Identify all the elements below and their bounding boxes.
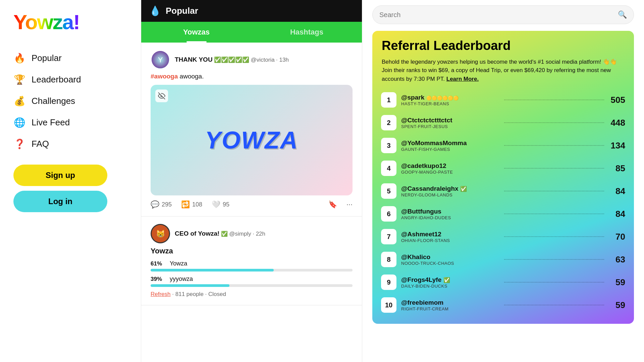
globe-icon: 🌐 bbox=[13, 116, 25, 128]
lb-rank-6: 6 bbox=[381, 206, 396, 222]
post-author-line-2: CEO of Yowza! ✅ @simply · 22h bbox=[175, 230, 265, 237]
post-meta-2: CEO of Yowza! ✅ @simply · 22h bbox=[175, 230, 265, 237]
login-button[interactable]: Log in bbox=[13, 191, 107, 212]
signup-button[interactable]: Sign up bbox=[13, 165, 107, 186]
heart-icon: 🤍 bbox=[212, 200, 220, 208]
poll-title: Yowza bbox=[151, 247, 353, 255]
poll-bar-bg-2 bbox=[151, 284, 353, 287]
leaderboard: Referral Leaderboard Behold the legendar… bbox=[372, 31, 634, 324]
avatar-2: 😸 bbox=[151, 224, 170, 243]
search-input[interactable] bbox=[379, 11, 614, 19]
lb-row-3: 3 @YoMommasMomma GAUNT-FISHY-GAMES 134 bbox=[377, 135, 629, 156]
fire-icon: 🔥 bbox=[13, 52, 25, 64]
more-action[interactable]: ··· bbox=[346, 200, 353, 209]
retweet-action[interactable]: 🔁 108 bbox=[181, 200, 202, 208]
post-image-1: YOWZA bbox=[151, 85, 353, 195]
post-author-line: THANK YOU ✅✅✅✅✅ @victoria · 13h bbox=[175, 56, 289, 63]
post-text-1: #awooga awooga. bbox=[151, 73, 353, 80]
feed-header: 💧 Popular bbox=[141, 0, 362, 22]
verified-badges-1: ✅✅✅✅✅ bbox=[214, 57, 249, 63]
leaderboard-list: 1 @spark 🟡🟡🟡🟡🟡🟡 HASTY-TIGER-BEANS 505 2 … bbox=[372, 86, 634, 324]
post-card-2: 😸 CEO of Yowza! ✅ @simply · 22h Yowza 61… bbox=[141, 217, 362, 305]
lb-info-9: @Frogs4Lyfe ✅ DAILY-BIDEN-DUCKS bbox=[401, 276, 501, 289]
leaderboard-desc: Behold the legendary yowzers helping us … bbox=[382, 58, 625, 83]
logo-text: Yowza! bbox=[13, 10, 79, 34]
feed-title: Popular bbox=[166, 6, 198, 16]
leaderboard-header: Referral Leaderboard Behold the legendar… bbox=[372, 31, 634, 86]
poll-bar-bg-1 bbox=[151, 269, 353, 272]
tab-hashtags[interactable]: Hashtags bbox=[252, 22, 362, 43]
verified-badge-2: ✅ bbox=[221, 231, 228, 237]
verify-9: ✅ bbox=[443, 277, 450, 283]
sidebar-item-faq[interactable]: ❓ FAQ bbox=[13, 133, 127, 155]
lb-row-5: 5 @Cassandraleighx ✅ NERDY-GLOOM-LANDS 8… bbox=[377, 180, 629, 202]
lb-info-1: @spark 🟡🟡🟡🟡🟡🟡 HASTY-TIGER-BEANS bbox=[401, 94, 501, 106]
lb-info-6: @Buttfungus ANGRY-IDAHO-DUDES bbox=[401, 208, 501, 220]
verify-5: ✅ bbox=[460, 186, 467, 192]
lb-row-1: 1 @spark 🟡🟡🟡🟡🟡🟡 HASTY-TIGER-BEANS 505 bbox=[377, 89, 629, 111]
search-bar[interactable]: 🔍 bbox=[372, 5, 634, 24]
lb-info-8: @Khalico NOOOO-TRUCK-CHAOS bbox=[401, 253, 501, 266]
lb-rank-9: 9 bbox=[381, 275, 396, 290]
poll-option-1: 61% Yowza bbox=[151, 260, 353, 272]
lb-info-4: @cadetkupo12 GOOPY-MANGO-PASTE bbox=[401, 162, 501, 175]
lb-rank-4: 4 bbox=[381, 161, 396, 176]
poll-footer: Refresh · 811 people · Closed bbox=[151, 291, 353, 298]
leaderboard-title: Referral Leaderboard bbox=[382, 39, 625, 53]
lb-row-4: 4 @cadetkupo12 GOOPY-MANGO-PASTE 85 bbox=[377, 158, 629, 179]
poll-bar-fill-1 bbox=[151, 269, 274, 272]
lb-row-2: 2 @Ctctctctctttctct SPENT-FRUIT-JESUS 44… bbox=[377, 112, 629, 133]
sidebar: Yowza! 🔥 Popular 🏆 Leaderboard 💰 Challen… bbox=[0, 0, 141, 362]
lb-rank-7: 7 bbox=[381, 229, 396, 244]
post-header-2: 😸 CEO of Yowza! ✅ @simply · 22h bbox=[151, 224, 353, 243]
lb-rank-5: 5 bbox=[381, 183, 396, 199]
tab-yowzas[interactable]: Yowzas bbox=[141, 22, 252, 43]
lb-row-10: 10 @freebiemom RIGHT-FRUIT-CREAM 59 bbox=[377, 294, 629, 316]
avatar-1: Y bbox=[151, 50, 170, 69]
lb-rank-1: 1 bbox=[381, 92, 396, 108]
search-icon: 🔍 bbox=[618, 10, 627, 19]
sidebar-item-leaderboard[interactable]: 🏆 Leaderboard bbox=[13, 69, 127, 90]
bookmark-action[interactable]: 🔖 bbox=[328, 200, 337, 208]
post-card-1: Y THANK YOU ✅✅✅✅✅ @victoria · 13h #awoog… bbox=[141, 43, 362, 217]
lb-info-3: @YoMommasMomma GAUNT-FISHY-GAMES bbox=[401, 139, 501, 152]
lb-info-10: @freebiemom RIGHT-FRUIT-CREAM bbox=[401, 299, 501, 311]
trophy-icon: 🏆 bbox=[13, 73, 25, 85]
lb-rank-8: 8 bbox=[381, 252, 396, 267]
main-feed: 💧 Popular Yowzas Hashtags bbox=[141, 0, 362, 362]
learn-more-link[interactable]: Learn More. bbox=[446, 76, 479, 82]
lb-rank-10: 10 bbox=[381, 297, 396, 313]
sidebar-item-challenges[interactable]: 💰 Challenges bbox=[13, 90, 127, 112]
retweet-icon: 🔁 bbox=[181, 200, 190, 208]
lb-info-2: @Ctctctctctttctct SPENT-FRUIT-JESUS bbox=[401, 117, 501, 129]
sidebar-item-popular[interactable]: 🔥 Popular bbox=[13, 47, 127, 69]
lb-info-7: @Ashmeet12 OHIAN-FLOOR-STANS bbox=[401, 231, 501, 243]
post-meta-1: THANK YOU ✅✅✅✅✅ @victoria · 13h bbox=[175, 56, 289, 63]
comment-icon: 💬 bbox=[151, 200, 159, 208]
lb-row-8: 8 @Khalico NOOOO-TRUCK-CHAOS 63 bbox=[377, 249, 629, 270]
right-panel: 🔍 Referral Leaderboard Behold the legend… bbox=[362, 0, 644, 362]
lb-row-9: 9 @Frogs4Lyfe ✅ DAILY-BIDEN-DUCKS 59 bbox=[377, 272, 629, 293]
svg-text:😸: 😸 bbox=[156, 229, 165, 238]
lb-info-5: @Cassandraleighx ✅ NERDY-GLOOM-LANDS bbox=[401, 185, 501, 197]
svg-text:Y: Y bbox=[158, 56, 163, 64]
comment-action[interactable]: 💬 295 bbox=[151, 200, 172, 208]
refresh-button[interactable]: Refresh bbox=[151, 291, 171, 297]
lb-row-6: 6 @Buttfungus ANGRY-IDAHO-DUDES 84 bbox=[377, 203, 629, 225]
image-overlay-icon[interactable] bbox=[155, 89, 168, 102]
lb-rank-2: 2 bbox=[381, 115, 396, 130]
like-action[interactable]: 🤍 95 bbox=[212, 200, 229, 208]
question-icon: ❓ bbox=[13, 138, 25, 150]
poll-option-2: 39% yyyowza bbox=[151, 276, 353, 287]
post-header-1: Y THANK YOU ✅✅✅✅✅ @victoria · 13h bbox=[151, 50, 353, 69]
bookmark-icon: 🔖 bbox=[328, 200, 337, 208]
sidebar-nav: 🔥 Popular 🏆 Leaderboard 💰 Challenges 🌐 L… bbox=[13, 47, 127, 155]
post-actions-1: 💬 295 🔁 108 🤍 95 🔖 ··· bbox=[151, 200, 353, 209]
logo: Yowza! bbox=[13, 10, 127, 34]
poll-bar-fill-2 bbox=[151, 284, 229, 287]
feed-tabs: Yowzas Hashtags bbox=[141, 22, 362, 43]
lb-rank-3: 3 bbox=[381, 138, 396, 153]
lb-row-7: 7 @Ashmeet12 OHIAN-FLOOR-STANS 70 bbox=[377, 226, 629, 247]
droplet-icon: 💧 bbox=[149, 5, 161, 16]
sidebar-item-livefeed[interactable]: 🌐 Live Feed bbox=[13, 112, 127, 133]
